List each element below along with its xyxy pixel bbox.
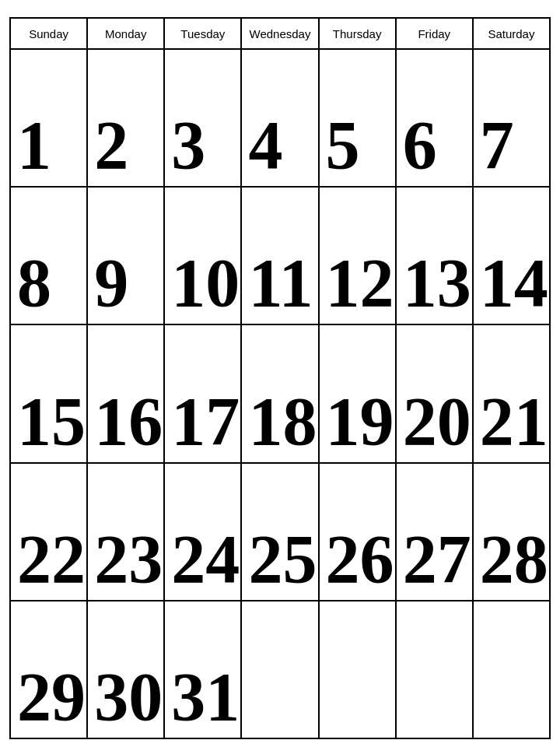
day-number: 16 [94,388,163,456]
day-cell-20: 20 [397,325,474,461]
day-number: 25 [248,525,317,594]
day-header-cell: Monday [88,19,165,48]
day-number: 19 [326,388,394,456]
day-cell-2: 2 [88,50,165,186]
week-row-1: 1234567 [11,50,551,188]
day-header-row: SundayMondayTuesdayWednesdayThursdayFrid… [11,19,551,50]
header [9,8,551,12]
day-header-cell: Wednesday [242,19,319,48]
day-number: 11 [248,249,313,317]
day-cell-27: 27 [397,464,474,600]
day-number: 9 [94,249,128,317]
week-row-4: 22232425262728 [11,464,551,601]
day-number: 17 [171,388,240,456]
calendar: SundayMondayTuesdayWednesdayThursdayFrid… [9,17,551,739]
empty-cell [320,601,397,738]
day-cell-8: 8 [11,188,88,324]
day-number: 3 [171,111,205,180]
day-number: 28 [480,525,548,594]
day-cell-28: 28 [474,464,551,600]
day-number: 31 [171,663,240,731]
day-number: 14 [480,249,548,317]
day-cell-30: 30 [88,601,165,738]
day-number: 1 [17,111,51,180]
week-row-3: 15161718192021 [11,325,551,463]
day-cell-21: 21 [474,325,551,461]
day-cell-11: 11 [242,188,319,324]
day-cell-1: 1 [11,50,88,186]
day-number: 22 [17,525,86,594]
day-number: 30 [94,663,163,731]
day-number: 29 [17,663,86,731]
day-number: 24 [171,525,240,594]
day-number: 5 [326,111,360,180]
day-number: 26 [326,525,394,594]
week-row-5: 293031 [11,601,551,739]
day-cell-10: 10 [165,188,242,324]
day-cell-14: 14 [474,188,551,324]
week-row-2: 891011121314 [11,188,551,325]
day-number: 13 [403,249,471,317]
day-number: 20 [403,388,471,456]
page: SundayMondayTuesdayWednesdayThursdayFrid… [0,0,560,747]
day-cell-17: 17 [165,325,242,461]
day-header-cell: Thursday [320,19,397,48]
day-cell-13: 13 [397,188,474,324]
day-cell-6: 6 [397,50,474,186]
day-number: 18 [248,388,317,456]
day-cell-31: 31 [165,601,242,738]
day-cell-12: 12 [320,188,397,324]
day-cell-3: 3 [165,50,242,186]
day-header-cell: Sunday [11,19,88,48]
day-cell-15: 15 [11,325,88,461]
day-header-cell: Tuesday [165,19,242,48]
day-number: 7 [480,111,514,180]
day-number: 23 [94,525,163,594]
day-cell-4: 4 [242,50,319,186]
day-cell-16: 16 [88,325,165,461]
day-cell-22: 22 [11,464,88,600]
empty-cell [397,601,474,738]
day-cell-9: 9 [88,188,165,324]
day-cell-23: 23 [88,464,165,600]
day-cell-29: 29 [11,601,88,738]
day-number: 6 [403,111,437,180]
day-number: 27 [403,525,471,594]
day-cell-26: 26 [320,464,397,600]
day-number: 21 [480,388,548,456]
day-number: 2 [94,111,128,180]
day-number: 10 [171,249,240,317]
day-number: 8 [17,249,51,317]
day-header-cell: Saturday [474,19,551,48]
day-cell-7: 7 [474,50,551,186]
empty-cell [474,601,551,738]
day-cell-24: 24 [165,464,242,600]
day-header-cell: Friday [397,19,474,48]
day-cell-19: 19 [320,325,397,461]
empty-cell [242,601,319,738]
day-cell-18: 18 [242,325,319,461]
day-number: 15 [17,388,86,456]
day-cell-25: 25 [242,464,319,600]
day-cell-5: 5 [320,50,397,186]
day-number: 4 [248,111,282,180]
day-number: 12 [326,249,394,317]
